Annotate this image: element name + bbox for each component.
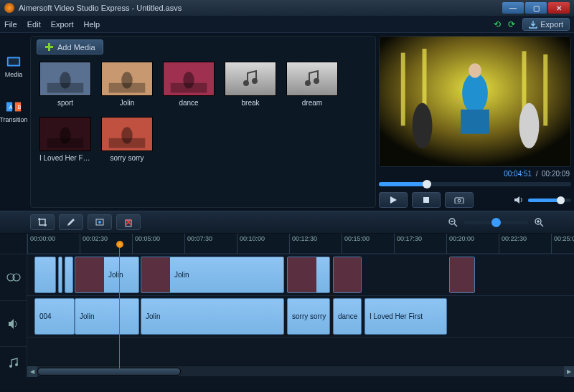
menu-edit[interactable]: Edit [27, 20, 41, 29]
pencil-icon [66, 217, 76, 227]
svg-rect-7 [45, 46, 53, 48]
svg-rect-35 [461, 110, 489, 134]
transition-icon: AB [6, 100, 22, 114]
timeline-clip[interactable]: Jolin [141, 257, 284, 293]
svg-point-37 [519, 103, 540, 148]
media-item-sport[interactable]: sport [39, 62, 91, 107]
timeline-clip[interactable] [333, 257, 362, 293]
timeline-clip[interactable]: 004 [34, 298, 75, 335]
media-item-jolin[interactable]: Jolin [101, 62, 153, 107]
menu-file[interactable]: File [4, 20, 17, 29]
export-button[interactable]: Export [522, 18, 570, 31]
crop-icon [37, 217, 47, 227]
thumbnail [163, 62, 215, 96]
current-time: 00:04:51 [504, 170, 532, 178]
media-item-label: dream [302, 99, 322, 107]
clip-thumbnail [450, 257, 475, 292]
maximize-button[interactable]: ▢ [525, 2, 547, 14]
undo-button[interactable]: ⟲ [494, 19, 501, 29]
timeline-clip[interactable]: I Loved Her First [364, 298, 447, 335]
clip-label: I Loved Her First [365, 312, 427, 320]
export-icon [529, 20, 537, 29]
video-track[interactable]: JolinJolinI Love [27, 254, 574, 295]
zoom-out-icon[interactable] [448, 217, 458, 227]
crop-button[interactable] [30, 214, 55, 230]
seek-slider[interactable] [379, 182, 571, 186]
clip-label: sorry sorry [288, 312, 330, 320]
clip-thumbnail [75, 257, 104, 292]
timeline-clip[interactable] [58, 257, 62, 293]
svg-rect-43 [126, 220, 131, 226]
timeline-clip[interactable]: Jolin [75, 298, 139, 335]
add-media-button[interactable]: Add Media [37, 39, 103, 54]
svg-rect-39 [455, 198, 464, 204]
timeline-toolbar [0, 211, 574, 234]
nav-transition-label: Transition [0, 116, 28, 123]
media-item-dance[interactable]: dance [163, 62, 215, 107]
stop-button[interactable] [412, 192, 441, 208]
svg-point-49 [15, 363, 18, 366]
ruler-tick: 00:10:00 [237, 234, 265, 254]
svg-point-48 [9, 365, 12, 368]
menu-help[interactable]: Help [84, 20, 100, 29]
audio-track-icon [0, 300, 27, 347]
delete-button[interactable] [116, 214, 141, 230]
svg-point-10 [60, 72, 71, 88]
window-title: Aimersoft Video Studio Express - Untitle… [19, 4, 501, 12]
play-button[interactable] [379, 192, 408, 208]
timeline-clip[interactable] [34, 257, 56, 293]
scroll-left-button[interactable]: ◀ [27, 366, 37, 377]
close-button[interactable]: ✕ [548, 2, 570, 14]
play-icon [390, 196, 397, 204]
volume-icon[interactable] [514, 196, 524, 204]
horizontal-scrollbar[interactable]: ◀ ▶ [27, 365, 574, 376]
left-nav: Media AB Transition [0, 33, 27, 211]
timeline-clip[interactable] [287, 257, 330, 293]
timeline-clip[interactable]: dance [333, 298, 362, 335]
media-item-dream[interactable]: dream [286, 62, 338, 107]
svg-point-23 [60, 127, 71, 143]
export-button-label: Export [540, 20, 563, 29]
clip-thumbnail [288, 257, 316, 292]
nav-transition[interactable]: AB Transition [0, 100, 28, 123]
scroll-right-button[interactable]: ▶ [564, 366, 574, 377]
media-item-label: sport [57, 99, 73, 107]
zoom-slider[interactable] [464, 221, 528, 224]
timeline-ruler[interactable]: 00:00:0000:02:3000:05:0000:07:3000:10:00… [27, 234, 574, 254]
audio-track[interactable]: 004JolinJolinsorry sorrydanceI Loved Her… [27, 295, 574, 337]
timeline-clip[interactable]: sorry sorry [287, 298, 330, 335]
menu-export[interactable]: Export [51, 20, 74, 29]
menubar: File Edit Export Help ⟲ ⟳ Export [0, 16, 574, 33]
media-item-i-loved-her-first[interactable]: I Loved Her First [39, 117, 91, 162]
preview-screen[interactable] [379, 36, 571, 167]
total-time: 00:20:09 [542, 170, 570, 178]
nav-media-label: Media [5, 71, 23, 78]
add-media-label: Add Media [57, 43, 95, 52]
effect-button[interactable] [88, 214, 112, 230]
edit-button[interactable] [59, 214, 83, 230]
timeline-clip[interactable]: I Love [449, 257, 475, 293]
clip-thumbnail [334, 257, 362, 292]
music-track[interactable] [27, 337, 574, 365]
ruler-tick: 00:22:30 [499, 234, 527, 254]
volume-slider[interactable] [528, 199, 571, 202]
media-item-break[interactable]: break [225, 62, 276, 107]
clip-label: Jolin [141, 312, 165, 320]
nav-media[interactable]: Media [5, 54, 23, 78]
svg-point-42 [98, 221, 101, 224]
timeline-clip[interactable]: Jolin [75, 257, 139, 293]
delete-icon [123, 217, 133, 227]
playhead[interactable] [119, 244, 120, 368]
redo-button[interactable]: ⟳ [508, 19, 515, 29]
timeline-clip[interactable]: Jolin [141, 298, 284, 335]
snapshot-button[interactable] [445, 192, 474, 208]
media-item-label: dance [179, 99, 198, 107]
clip-label: Jolin [104, 271, 128, 279]
timeline-clip[interactable] [65, 257, 73, 293]
zoom-in-icon[interactable] [534, 217, 544, 227]
media-item-sorry-sorry[interactable]: sorry sorry [101, 117, 153, 162]
svg-rect-38 [423, 197, 429, 203]
minimize-button[interactable]: — [502, 2, 524, 14]
scrollbar-thumb[interactable] [37, 368, 181, 376]
thumbnail [101, 62, 153, 96]
